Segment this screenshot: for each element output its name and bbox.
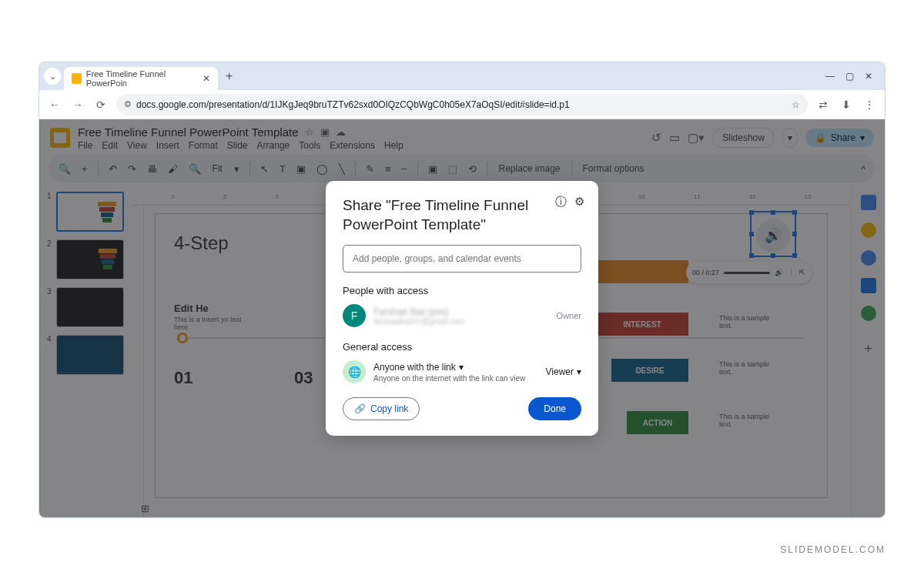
url-text: docs.google.com/presentation/d/1IJKgJeq9… xyxy=(136,99,570,110)
slides-app: Free Timeline Funnel PowerPoint Template… xyxy=(39,119,885,517)
add-people-input[interactable] xyxy=(343,245,581,273)
back-icon[interactable]: ← xyxy=(47,99,62,111)
close-window-icon[interactable]: ✕ xyxy=(865,71,872,82)
watermark: SLIDEMODEL.COM xyxy=(780,544,886,555)
slides-favicon xyxy=(72,73,82,84)
general-access-heading: General access xyxy=(343,341,581,353)
site-info-icon[interactable]: ⚙ xyxy=(124,99,132,109)
forward-icon[interactable]: → xyxy=(70,99,85,111)
globe-icon: 🌐 xyxy=(343,360,366,383)
new-tab-button[interactable]: + xyxy=(221,69,237,83)
chevron-down-icon: ▾ xyxy=(459,362,464,373)
help-icon[interactable]: ⓘ xyxy=(555,195,567,209)
avatar: F xyxy=(343,304,366,327)
person-email: farshadibalXY@gmail.com xyxy=(373,317,549,326)
tab-strip: ⌄ Free Timeline Funnel PowerPoin ✕ + — ▢… xyxy=(39,62,885,90)
owner-label: Owner xyxy=(557,311,581,320)
link-access-dropdown[interactable]: Anyone with the link ▾ xyxy=(373,362,538,373)
tab-title: Free Timeline Funnel PowerPoin xyxy=(86,69,198,88)
copy-link-button[interactable]: 🔗 Copy link xyxy=(343,397,420,420)
bookmark-star-icon[interactable]: ☆ xyxy=(792,99,800,110)
link-icon: 🔗 xyxy=(354,403,366,414)
address-field[interactable]: ⚙ docs.google.com/presentation/d/1IJKgJe… xyxy=(116,94,808,115)
dialog-layer: ⓘ ⚙ Share "Free Timeline Funnel PowerPoi… xyxy=(39,119,885,517)
tab-search-icon[interactable]: ⌄ xyxy=(44,68,61,85)
browser-window: ⌄ Free Timeline Funnel PowerPoin ✕ + — ▢… xyxy=(38,62,886,518)
reload-icon[interactable]: ⟳ xyxy=(93,99,109,111)
minimize-icon[interactable]: — xyxy=(825,71,835,82)
general-access-row: 🌐 Anyone with the link ▾ Anyone on the i… xyxy=(343,360,581,383)
person-row: F Farshad Ibal (you) farshadibalXY@gmail… xyxy=(343,304,581,327)
url-bar: ← → ⟳ ⚙ docs.google.com/presentation/d/1… xyxy=(39,90,885,119)
role-dropdown[interactable]: Viewer ▾ xyxy=(546,366,581,377)
browser-tab[interactable]: Free Timeline Funnel PowerPoin ✕ xyxy=(64,67,218,90)
person-name: Farshad Ibal (you) xyxy=(373,306,549,317)
done-button[interactable]: Done xyxy=(528,397,581,420)
chevron-down-icon: ▾ xyxy=(577,366,581,377)
translate-icon[interactable]: ⇄ xyxy=(815,99,831,111)
maximize-icon[interactable]: ▢ xyxy=(845,71,854,82)
gear-icon[interactable]: ⚙ xyxy=(574,195,584,209)
people-with-access-heading: People with access xyxy=(343,285,581,296)
download-icon[interactable]: ⬇ xyxy=(839,99,854,111)
close-tab-icon[interactable]: ✕ xyxy=(203,73,210,84)
link-access-description: Anyone on the internet with the link can… xyxy=(373,374,538,383)
dialog-title: Share "Free Timeline Funnel PowerPoint T… xyxy=(343,196,581,234)
share-dialog: ⓘ ⚙ Share "Free Timeline Funnel PowerPoi… xyxy=(326,181,598,436)
browser-menu-icon[interactable]: ⋮ xyxy=(862,99,877,111)
